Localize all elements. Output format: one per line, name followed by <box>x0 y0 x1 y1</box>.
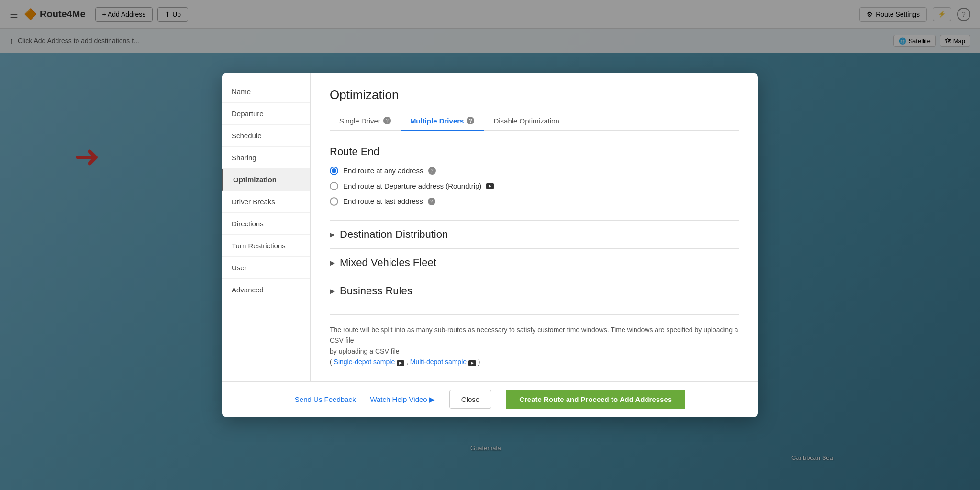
modal-nav-directions[interactable]: Directions <box>222 213 310 235</box>
single-depot-video-icon: ▶ <box>397 360 404 366</box>
business-rules-chevron: ▶ <box>330 287 335 295</box>
modal-overlay: Name Departure Schedule Sharing Optimiza… <box>0 0 980 490</box>
modal-nav-optimization[interactable]: Optimization <box>222 169 310 191</box>
route-end-options: End route at any address ? End route at … <box>330 167 739 206</box>
single-driver-help-icon: ? <box>383 117 391 124</box>
help-video-link[interactable]: Watch Help Video ▶ <box>370 395 434 404</box>
modal-nav-sharing[interactable]: Sharing <box>222 147 310 169</box>
business-rules-header[interactable]: ▶ Business Rules <box>330 285 739 297</box>
tab-multiple-drivers[interactable]: Multiple Drivers ? <box>401 112 484 131</box>
route-end-title: Route End <box>330 145 739 158</box>
business-rules-section: ▶ Business Rules <box>330 277 739 305</box>
multiple-drivers-help-icon: ? <box>467 117 474 124</box>
modal-body: Name Departure Schedule Sharing Optimiza… <box>222 73 758 382</box>
modal-nav-departure[interactable]: Departure <box>222 103 310 125</box>
modal-footer: Send Us Feedback Watch Help Video ▶ Clos… <box>222 381 758 417</box>
modal-nav-name[interactable]: Name <box>222 81 310 103</box>
any-address-help-icon: ? <box>428 167 436 175</box>
modal-nav-user[interactable]: User <box>222 257 310 279</box>
feedback-link[interactable]: Send Us Feedback <box>295 395 356 403</box>
modal-nav-turn-restrictions[interactable]: Turn Restrictions <box>222 235 310 257</box>
mixed-vehicles-fleet-header[interactable]: ▶ Mixed Vehicles Fleet <box>330 256 739 269</box>
radio-circle-last <box>330 197 338 206</box>
modal-nav-advanced[interactable]: Advanced <box>222 279 310 301</box>
tab-single-driver[interactable]: Single Driver ? <box>330 112 401 131</box>
last-address-help-icon: ? <box>428 198 435 205</box>
radio-end-last-address[interactable]: End route at last address ? <box>330 197 739 206</box>
multi-depot-video-icon: ▶ <box>468 360 476 366</box>
multi-depot-link[interactable]: Multi-depot sample ▶ <box>410 358 478 366</box>
create-route-button[interactable]: Create Route and Proceed to Add Addresse… <box>506 390 685 409</box>
radio-circle-any <box>330 167 338 175</box>
description-text: The route will be split into as many sub… <box>330 314 739 368</box>
modal-nav-driver-breaks[interactable]: Driver Breaks <box>222 191 310 213</box>
departure-video-icon: ▶ <box>486 183 494 189</box>
mixed-vehicles-fleet-section: ▶ Mixed Vehicles Fleet <box>330 248 739 277</box>
single-depot-link[interactable]: Single-depot sample ▶ <box>332 358 406 366</box>
destination-distribution-chevron: ▶ <box>330 231 335 238</box>
modal-content: Optimization Single Driver ? Multiple Dr… <box>311 73 758 382</box>
destination-distribution-header[interactable]: ▶ Destination Distribution <box>330 228 739 241</box>
radio-circle-departure <box>330 182 338 190</box>
radio-end-any-address[interactable]: End route at any address ? <box>330 167 739 175</box>
modal-nav-schedule[interactable]: Schedule <box>222 125 310 147</box>
mixed-vehicles-chevron: ▶ <box>330 259 335 267</box>
route-settings-modal: Name Departure Schedule Sharing Optimiza… <box>222 73 758 417</box>
modal-sidebar: Name Departure Schedule Sharing Optimiza… <box>222 73 311 382</box>
destination-distribution-section: ▶ Destination Distribution <box>330 220 739 248</box>
help-video-icon: ▶ <box>429 395 435 403</box>
radio-end-departure-address[interactable]: End route at Departure address (Roundtri… <box>330 182 739 190</box>
optimization-tabs: Single Driver ? Multiple Drivers ? Disab… <box>330 112 739 131</box>
tab-disable-optimization[interactable]: Disable Optimization <box>484 112 569 131</box>
close-button[interactable]: Close <box>449 390 491 409</box>
section-title: Optimization <box>330 88 739 102</box>
